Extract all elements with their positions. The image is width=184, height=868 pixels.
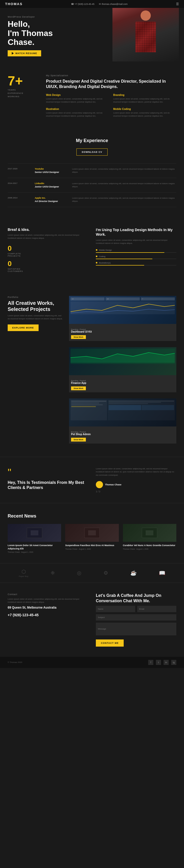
- skill-dot: [96, 262, 97, 264]
- exp-date: 2014-2017: [8, 182, 31, 184]
- skill-fill: [96, 259, 152, 259]
- brand-icon: ❈: [51, 570, 55, 576]
- exp-date: 2017-2020: [8, 167, 31, 170]
- explore-more-button[interactable]: EXPLORE MORE: [8, 324, 38, 331]
- skill-mobile-design: Mobile Design: [96, 249, 176, 253]
- portfolio-card-image: [69, 398, 176, 429]
- portfolio-card-image: [69, 347, 176, 378]
- spec-col-branding: Branding Lorem ipsum dolor sit amet, con…: [113, 94, 176, 103]
- facebook-icon[interactable]: f: [148, 660, 153, 665]
- portfolio-card-info: Branding . Product Pet Shop Admin Show W…: [69, 429, 176, 443]
- skill-dot: [96, 255, 97, 257]
- contact-description: Lorem ipsum dolor sit amet, consectetur …: [8, 598, 88, 604]
- spec-col-mobile: Mobile Coding Lorem ipsum dolor sit amet…: [113, 107, 176, 118]
- years-label: YEARS EXPERIENCE WORKING: [8, 89, 38, 98]
- skill-dot: [96, 249, 97, 251]
- name-field[interactable]: [96, 606, 135, 612]
- breaf-right-text: Lorem ipsum dolor sit amet, consectetur …: [96, 239, 176, 245]
- show-work-button-petshop[interactable]: Show Work: [71, 438, 86, 441]
- menu-icon[interactable]: ☰: [176, 2, 179, 6]
- portfolio-card-info: Branding . Product Dashboard UI Kit Show…: [69, 327, 176, 341]
- brand-icon: ⚙: [104, 570, 108, 576]
- portfolio-cards: 13 28 7: [69, 296, 176, 446]
- news-image: [8, 524, 61, 542]
- experience-section: My Experience DOWNLOAD CV 2017-2020 Yout…: [0, 128, 184, 217]
- linkedin-icon[interactable]: in: [163, 660, 169, 665]
- play-icon: [12, 52, 14, 55]
- download-cv-button[interactable]: DOWNLOAD CV: [76, 149, 108, 156]
- brand-icon: ⬡: [19, 568, 28, 575]
- skill-illustration: Illustration(s): [96, 262, 176, 266]
- email-field[interactable]: [137, 606, 177, 612]
- portfolio-card-petshop: Branding . Product Pet Shop Admin Show W…: [69, 398, 176, 443]
- twitter-icon[interactable]: t: [156, 660, 161, 665]
- portfolio-card-info: Branding . Product Finance App Show Work: [69, 378, 176, 392]
- spec-title: Product Designer And Digital Creative Di…: [46, 79, 176, 90]
- skill-fill: [96, 252, 164, 253]
- header-email: ✉ thomas.chase@mail.com: [99, 3, 128, 5]
- testimonials-left: " Hey, This Is Testimonials From My Best…: [8, 467, 88, 493]
- brand-icon: ◎: [77, 570, 81, 576]
- portfolio-card-image: 13 28 7: [69, 296, 176, 327]
- breaf-title: Breaf & Idea.: [8, 227, 88, 231]
- portfolio-section: Portfolio All Creative Works, Selected P…: [0, 286, 184, 457]
- show-work-button-finance[interactable]: Show Work: [71, 386, 86, 390]
- experience-list: 2017-2020 Youtube Senior UX/UI Designer …: [8, 163, 176, 207]
- skill-coding: Coding: [96, 255, 176, 259]
- news-title-text: Curabitur Vel Nunc A Nunc Gravida Consec…: [123, 544, 176, 547]
- table-row: 2017-2020 Youtube Senior UX/UI Designer …: [8, 163, 176, 178]
- petshop-preview: [69, 398, 176, 427]
- portfolio-card-finance: Branding . Product Finance App Show Work: [69, 347, 176, 392]
- site-logo: THOMAS: [5, 2, 23, 6]
- hero-content: WordPress Developer Hello, I'm Thomas Ch…: [8, 16, 53, 56]
- list-item: Suspendisse Faucibus Nisi Eros At Maximu…: [65, 524, 119, 553]
- stat-projects: 0 COMPLETEPROJECTS: [8, 245, 88, 257]
- contact-left: Contact Lorem ipsum dolor sit amet, cons…: [8, 593, 88, 647]
- quote-icon: ": [8, 467, 88, 477]
- author-name: Thomas Chase: [105, 483, 122, 486]
- testimonials-title: Hey, This Is Testimonials From My Best C…: [8, 480, 88, 491]
- brand-logo: ❈: [51, 570, 55, 577]
- exp-company-role: Apple Inc. Art Director Designer: [35, 197, 68, 203]
- contact-phone: +7 (928)-123-45-45: [8, 613, 88, 617]
- instagram-icon[interactable]: ig: [171, 660, 176, 665]
- footer: © Thomas 2020 f t in ig: [0, 657, 184, 668]
- specialization-section: 7+ YEARS EXPERIENCE WORKING My Specializ…: [0, 64, 184, 128]
- list-item: Lorem Ipsum Dolor Sit Amet Consectetur A…: [8, 524, 61, 553]
- exp-date: 2006-2014: [8, 197, 31, 199]
- contact-address: 69 Queen St, Melbourne Australia: [8, 606, 88, 610]
- portfolio-info: Portfolio All Creative Works, Selected P…: [8, 296, 64, 337]
- table-row: 2014-2017 LinkedIn Junior UX/UI Designer…: [8, 178, 176, 193]
- contact-me-button[interactable]: CONTACT ME: [96, 640, 124, 647]
- experience-title: My Experience: [8, 138, 176, 143]
- message-field[interactable]: [96, 623, 176, 636]
- news-section: Recent News Lorem Ipsum Dolor Sit Amet C…: [0, 503, 184, 563]
- news-grid: Lorem Ipsum Dolor Sit Amet Consectetur A…: [8, 524, 176, 553]
- header: THOMAS ☎ +7 (928)-123-45-45 ✉ thomas.cha…: [0, 0, 184, 8]
- contact-section: Contact Lorem ipsum dolor sit amet, cons…: [0, 583, 184, 657]
- testimonials-right: Lorem ipsum dolor sit amet, consectetur …: [96, 467, 176, 493]
- news-meta: Thomas Chase · August 1, 2020: [123, 548, 176, 550]
- news-meta: Thomas Chase · August 1, 2020: [65, 548, 119, 550]
- header-phone: ☎ +7 (928)-123-45-45: [71, 3, 94, 5]
- news-image: [65, 524, 119, 542]
- brand-logo: 📖: [159, 570, 165, 577]
- copyright: © Thomas 2020: [8, 661, 22, 663]
- skill-bar: [96, 265, 176, 266]
- social-links: f t in ig: [148, 660, 176, 665]
- watch-resume-button[interactable]: WATCH RESUME: [8, 50, 41, 56]
- dashboard-preview: 13 28 7: [69, 296, 176, 324]
- contact-form-row: [96, 606, 176, 612]
- spec-col-illustration: Illustration Lorem ipsum dolor sit amet,…: [46, 107, 109, 118]
- subject-field[interactable]: [96, 614, 176, 621]
- breaf-right: I'm Using Top Leading Design Methods In …: [96, 227, 176, 276]
- news-image: [123, 524, 176, 542]
- skill-bar: [96, 252, 176, 253]
- testimonial-author: Thomas Chase: [96, 481, 176, 488]
- show-work-button-dashboard[interactable]: Show Work: [71, 335, 86, 339]
- hero-image: [112, 8, 179, 61]
- brand-logo: ⬡ Paper Boy: [19, 568, 28, 578]
- news-title: Recent News: [8, 514, 176, 519]
- exp-company-role: Youtube Senior UX/UI Designer: [35, 167, 68, 174]
- news-meta: Thomas Chase · August 1, 2020: [8, 551, 61, 553]
